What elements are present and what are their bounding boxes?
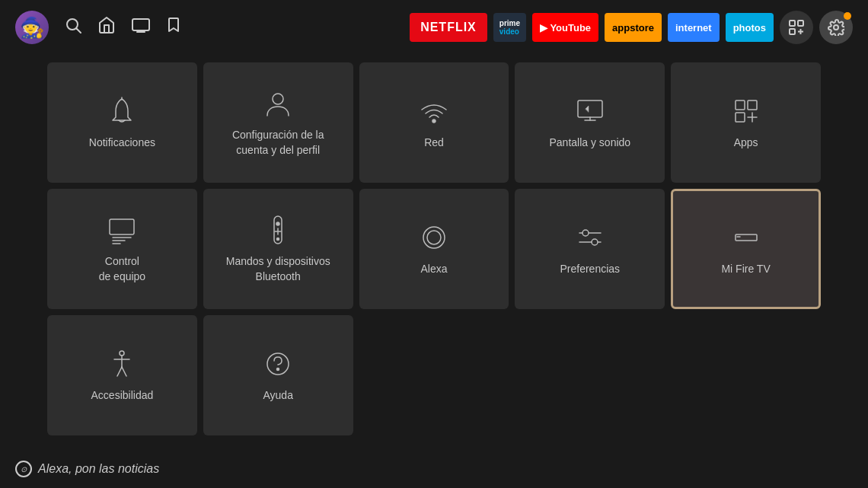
cuenta-label: Configuración de lacuenta y del perfil [225, 128, 332, 158]
alexa-label: Alexa [413, 262, 455, 277]
svg-point-44 [267, 353, 289, 375]
svg-line-42 [117, 367, 122, 376]
svg-point-12 [273, 94, 283, 104]
svg-rect-22 [110, 219, 134, 234]
appstore-button[interactable]: appstore [605, 13, 662, 42]
tv-icon[interactable] [131, 16, 151, 39]
svg-point-35 [582, 230, 589, 236]
svg-rect-18 [748, 100, 757, 110]
search-icon[interactable] [64, 16, 82, 39]
home-icon[interactable] [97, 16, 116, 39]
display-icon [573, 94, 607, 128]
mandos-label: Mandos y dispositivosBluetooth [219, 254, 338, 284]
apps-label: Apps [726, 136, 766, 151]
ayuda-item[interactable]: Ayuda [203, 315, 353, 435]
svg-rect-14 [578, 100, 602, 117]
internet-button[interactable]: internet [668, 13, 720, 42]
svg-point-39 [120, 351, 124, 356]
bell-icon [105, 94, 139, 128]
svg-rect-19 [736, 113, 745, 122]
svg-point-13 [432, 120, 436, 123]
alexa-circle-icon: ⊙ [15, 461, 32, 477]
preferencias-item[interactable]: Preferencias [515, 189, 665, 309]
accesibilidad-item[interactable]: Accesibilidad [47, 315, 197, 435]
svg-line-43 [122, 367, 126, 376]
bottom-bar: ⊙ Alexa, pon las noticias [15, 461, 159, 477]
top-nav: 🧙 NETFLIX [0, 0, 868, 55]
svg-rect-6 [798, 21, 803, 26]
cuenta-item[interactable]: Configuración de lacuenta y del perfil [203, 62, 353, 183]
remote-icon [261, 213, 295, 247]
notificaciones-label: Notificaciones [81, 136, 163, 151]
sliders-icon [573, 221, 607, 254]
user-icon [261, 87, 295, 120]
red-label: Red [416, 136, 452, 151]
myfiretv-item[interactable]: Mi Fire TV [671, 189, 821, 309]
alexa-icon [417, 221, 451, 254]
alexa-item[interactable]: Alexa [359, 189, 509, 309]
nav-left: 🧙 [15, 11, 397, 44]
bookmark-icon[interactable] [166, 16, 181, 39]
svg-rect-5 [790, 21, 795, 26]
apps-item[interactable]: Apps [671, 62, 821, 183]
pantalla-label: Pantalla y sonido [541, 136, 638, 151]
notificaciones-item[interactable]: Notificaciones [47, 62, 197, 183]
svg-point-45 [277, 368, 279, 371]
red-item[interactable]: Red [359, 62, 509, 183]
accessibility-icon [105, 347, 139, 381]
control-item[interactable]: Controlde equipo [47, 189, 197, 309]
netflix-button[interactable]: NETFLIX [410, 13, 487, 42]
svg-point-10 [834, 25, 838, 30]
control-label: Controlde equipo [91, 254, 154, 284]
svg-rect-37 [736, 234, 757, 241]
avatar[interactable]: 🧙 [15, 11, 49, 44]
alexa-suggestion-text: Alexa, pon las noticias [38, 462, 159, 476]
add-apps-button[interactable] [780, 11, 813, 44]
svg-point-32 [427, 231, 441, 244]
youtube-button[interactable]: ▶ YouTube [532, 13, 598, 42]
settings-grid: Notificaciones Configuración de lacuenta… [0, 55, 868, 443]
tv-control-icon [105, 213, 139, 247]
svg-line-1 [77, 29, 81, 33]
svg-rect-2 [132, 19, 149, 30]
wifi-icon [417, 94, 451, 128]
accesibilidad-label: Accesibilidad [84, 388, 161, 403]
pantalla-item[interactable]: Pantalla y sonido [515, 62, 665, 183]
settings-button[interactable] [819, 11, 853, 44]
apps-icon [729, 94, 763, 128]
grid-container: Notificaciones Configuración de lacuenta… [47, 62, 821, 435]
svg-rect-17 [736, 100, 745, 110]
mandos-item[interactable]: Mandos y dispositivosBluetooth [203, 189, 353, 309]
preferencias-label: Preferencias [552, 262, 627, 277]
svg-point-36 [592, 239, 598, 245]
svg-rect-7 [790, 29, 795, 34]
photos-button[interactable]: photos [726, 13, 774, 42]
svg-point-27 [276, 222, 279, 225]
firetv-icon [729, 221, 763, 254]
ayuda-label: Ayuda [255, 388, 300, 403]
help-icon [261, 347, 295, 381]
nav-right: NETFLIX prime video ▶ YouTube appstore i… [410, 11, 853, 44]
myfiretv-label: Mi Fire TV [713, 262, 777, 277]
svg-point-31 [423, 227, 445, 248]
prime-video-button[interactable]: prime video [493, 13, 526, 42]
svg-point-30 [277, 238, 279, 241]
notification-dot [844, 12, 851, 20]
